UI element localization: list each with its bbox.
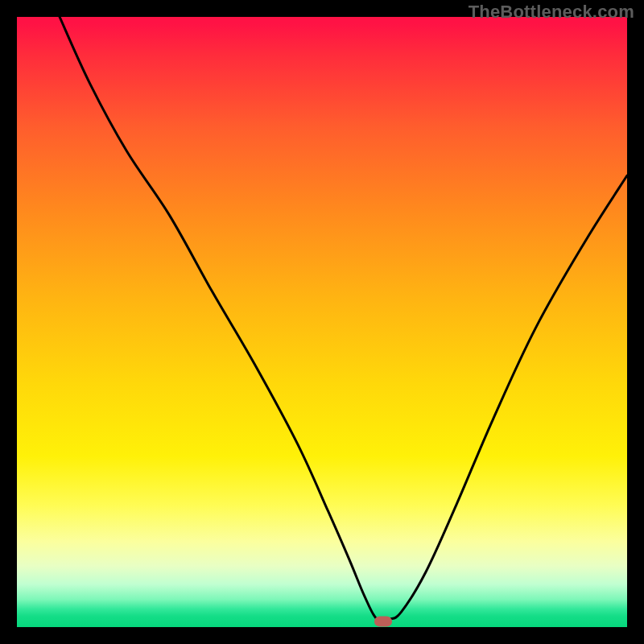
curve-layer [17,17,627,627]
min-marker [374,617,392,627]
watermark-text: TheBottleneck.com [469,2,634,23]
chart-frame: TheBottleneck.com [0,0,644,644]
bottleneck-curve [60,17,627,621]
